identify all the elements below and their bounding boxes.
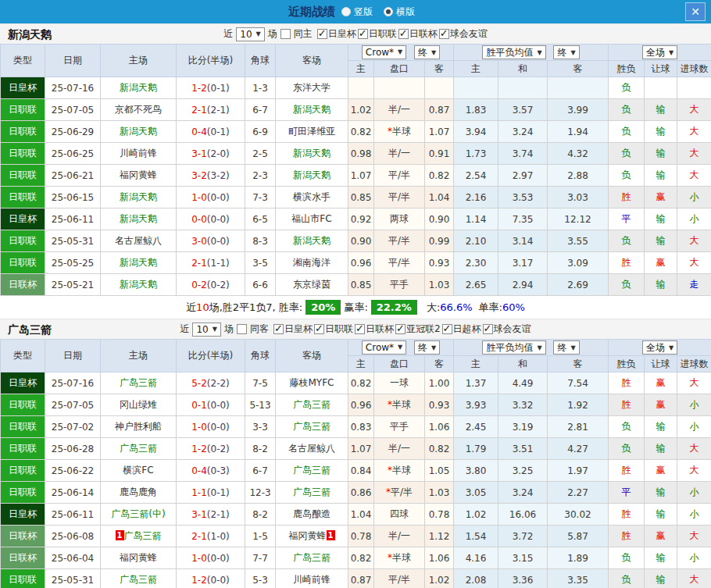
halftime-score: (0-0): [207, 553, 230, 564]
crow-home-odds: 0.82: [348, 121, 374, 143]
checkbox-checked-icon[interactable]: [483, 324, 493, 334]
home-team-name: 广岛三箭(中): [111, 508, 165, 519]
away-team-name: 横滨水手: [293, 191, 330, 202]
crow-away-odds: 1.03: [425, 482, 454, 504]
avg-draw-odds: 3.17: [498, 252, 548, 274]
handicap-star: *: [388, 126, 392, 137]
away-team-cell: 广岛三箭: [276, 460, 348, 482]
home-team-name: 新潟天鹅: [120, 257, 157, 268]
away-team-name: 川崎前锋: [293, 574, 330, 585]
match-type-badge: 日职联: [1, 416, 45, 438]
avg-odds-dropdown[interactable]: 胜平负均值▼: [482, 45, 545, 59]
checkbox-checked-icon[interactable]: [395, 324, 406, 334]
away-team-cell: 广岛三箭: [276, 416, 348, 438]
horizontal-layout-radio[interactable]: [384, 7, 393, 16]
result-wdl: 负: [609, 99, 645, 121]
summary-near: 近: [186, 301, 196, 315]
home-team-name: 川崎前锋: [120, 148, 157, 159]
halftime-score: (2-1): [207, 105, 230, 116]
result-handicap: 赢: [645, 526, 677, 547]
summary-count: 10: [196, 301, 209, 313]
section-header: 新潟天鹅 近 10▼ 场 同主 日皇杯日职联日联杯球会友谊: [0, 23, 711, 44]
match-date: 25-07-05: [45, 394, 101, 416]
home-team-cell: 广岛三箭: [101, 438, 177, 460]
col-home: 主场: [101, 45, 177, 77]
fulltime-score: 1-2: [191, 575, 207, 586]
away-team-cell: 东京绿茵: [276, 274, 348, 296]
avg-draw-odds: 3.51: [498, 438, 548, 460]
result-goals: 小: [677, 504, 711, 526]
checkbox-checked-icon[interactable]: [314, 324, 324, 334]
home-team-cell: 新潟天鹅: [101, 252, 177, 274]
fulltime-header: 全场▼: [609, 45, 711, 61]
corner-count: 6-6: [245, 274, 276, 296]
fulltime-dropdown[interactable]: 全场▼: [642, 340, 677, 355]
home-team-cell: 鹿岛鹿角: [101, 482, 177, 504]
halftime-score: (0-2): [207, 280, 230, 290]
crow-away-odds: 1.00: [425, 372, 454, 394]
home-team-name: 新潟天鹅: [120, 213, 157, 224]
checkbox-checked-icon[interactable]: [442, 324, 452, 334]
crow-away-odds: 0.82: [425, 438, 454, 460]
handicap-star: *: [388, 465, 392, 476]
halftime-score: (2-0): [207, 148, 230, 159]
avg-home-odds: 2.16: [454, 187, 498, 208]
result-goals: 大: [677, 526, 711, 547]
result-goals: 大: [677, 569, 711, 588]
fulltime-dropdown[interactable]: 全场▼: [642, 45, 677, 59]
corner-count: 8-2: [245, 438, 276, 460]
result-handicap: 输: [645, 121, 677, 143]
match-date: 25-05-21: [45, 274, 101, 296]
match-count-select[interactable]: 10▼: [192, 323, 220, 337]
crow-away-odds: 0.99: [425, 230, 454, 252]
away-team-cell: 新潟天鹅: [276, 143, 348, 165]
result-goals: 大: [677, 99, 711, 121]
chevron-down-icon: ▼: [570, 49, 575, 56]
fulltime-score: 0-4: [191, 465, 207, 476]
final-avg-dropdown[interactable]: 终▼: [553, 340, 579, 355]
avg-home-odds: 2.54: [454, 165, 498, 187]
checkbox-checked-icon[interactable]: [439, 29, 449, 39]
bookmaker-dropdown[interactable]: Crow*▼: [362, 45, 406, 59]
same-venue-checkbox[interactable]: [280, 29, 291, 39]
league-filter-label: 日联杯: [409, 27, 438, 41]
home-team-name: 新潟天鹅: [120, 279, 157, 290]
away-team-cell: 东洋大学: [276, 77, 348, 99]
away-team-name: 广岛三箭: [293, 486, 330, 497]
checkbox-checked-icon[interactable]: [317, 29, 327, 39]
home-team-cell: 福冈黄蜂: [101, 547, 177, 569]
odds-company-header: Crow*▼ 终▼: [348, 45, 454, 61]
match-date: 25-05-31: [45, 569, 101, 588]
avg-home-odds: 3.80: [454, 460, 498, 482]
avg-draw-odds: 3.53: [498, 187, 548, 208]
same-venue-checkbox[interactable]: [237, 324, 247, 334]
avg-home-odds: 1.02: [454, 504, 498, 526]
corner-count: 8-2: [245, 504, 276, 526]
col-away: 客场: [276, 340, 348, 372]
checkbox-checked-icon[interactable]: [358, 29, 368, 39]
result-handicap: 输: [645, 99, 677, 121]
league-filter-item: 球会友谊: [483, 323, 531, 336]
bookmaker-dropdown[interactable]: Crow*▼: [362, 340, 406, 355]
vertical-layout-radio[interactable]: [341, 7, 351, 16]
away-team-name: 福山市FC: [291, 213, 331, 224]
col-type: 类型: [1, 340, 45, 372]
final-odds-dropdown[interactable]: 终▼: [414, 45, 440, 59]
fulltime-header: 全场▼: [609, 340, 711, 356]
col-away: 客场: [276, 45, 348, 77]
result-handicap: 输: [645, 547, 677, 569]
checkbox-checked-icon[interactable]: [273, 324, 284, 334]
avg-away-odds: 1.94: [548, 121, 609, 143]
final-avg-dropdown[interactable]: 终▼: [553, 45, 579, 59]
final-odds-dropdown[interactable]: 终▼: [414, 340, 440, 355]
crow-handicap: 平手: [374, 416, 425, 438]
checkbox-checked-icon[interactable]: [355, 324, 365, 334]
checkbox-checked-icon[interactable]: [398, 29, 409, 39]
match-count-select[interactable]: 10▼: [236, 27, 264, 41]
odds-company-header: Crow*▼ 终▼: [348, 340, 454, 356]
avg-odds-dropdown[interactable]: 胜平负均值▼: [482, 340, 545, 355]
avg-draw-odds: 3.19: [498, 416, 548, 438]
result-handicap: 输: [645, 143, 677, 165]
record-summary: 近 10 场,胜2平1负7, 胜率: 20% 赢率: 22.2% 大: 66.6…: [0, 296, 711, 319]
close-icon[interactable]: ✕: [685, 2, 706, 21]
